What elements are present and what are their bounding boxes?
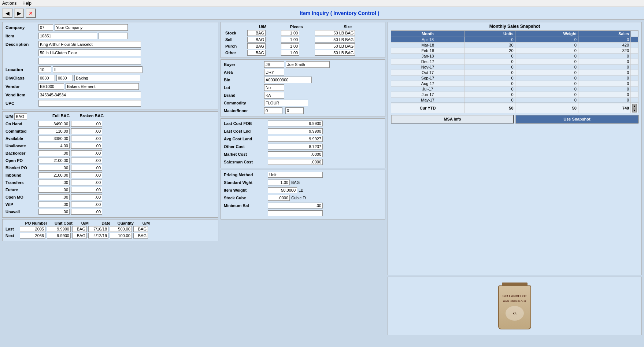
avg-cost-land-input[interactable] — [268, 136, 323, 142]
po-num-input[interactable] — [20, 226, 45, 232]
po-um-input[interactable] — [72, 226, 87, 232]
company-code-input[interactable] — [38, 24, 53, 31]
description-line1-input[interactable] — [38, 41, 141, 48]
div-code-input[interactable] — [38, 75, 55, 81]
class-code-input[interactable] — [56, 75, 73, 81]
inv-broken-input[interactable] — [71, 121, 102, 127]
inv-full-input[interactable] — [38, 128, 70, 134]
po-date-input[interactable] — [88, 226, 108, 232]
inv-full-input[interactable] — [38, 158, 70, 163]
item-weight-input[interactable] — [268, 187, 297, 193]
um-value-input[interactable] — [14, 113, 27, 120]
inv-broken-input[interactable] — [71, 158, 102, 163]
po-um-input[interactable] — [72, 233, 87, 239]
description-line3-input[interactable] — [38, 58, 141, 64]
inv-full-input[interactable] — [38, 165, 70, 171]
lot-input[interactable] — [264, 84, 284, 91]
inv-full-input[interactable] — [38, 209, 70, 215]
uom-um-input[interactable] — [247, 30, 266, 36]
inv-full-input[interactable] — [38, 180, 70, 185]
location-name-input[interactable] — [53, 66, 143, 73]
uom-size-input[interactable] — [315, 50, 355, 56]
buyer-code-input[interactable] — [264, 61, 284, 68]
msa-info-button[interactable]: MSA Info — [391, 115, 514, 123]
class-name-input[interactable] — [74, 75, 140, 81]
po-um2-input[interactable] — [133, 226, 148, 232]
po-unit-cost-input[interactable] — [47, 233, 71, 239]
minimum-bal-input[interactable] — [268, 203, 323, 208]
snapshot-scroll-down[interactable]: ▼ — [632, 108, 637, 112]
brand-input[interactable] — [264, 92, 284, 99]
forward-button[interactable]: ▶ — [14, 8, 24, 18]
extra-pricing-input[interactable] — [268, 210, 323, 216]
pricing-method-input[interactable] — [268, 172, 323, 178]
menu-help[interactable]: Help — [22, 1, 32, 6]
inv-broken-input[interactable] — [71, 194, 102, 200]
inv-full-input[interactable] — [38, 143, 70, 149]
po-quantity-input[interactable] — [110, 233, 132, 239]
stop-button[interactable]: ✕ — [26, 8, 36, 18]
uom-size-input[interactable] — [315, 37, 355, 43]
uom-size-input[interactable] — [315, 43, 355, 49]
vend-item-input[interactable] — [38, 92, 141, 98]
inv-full-input[interactable] — [38, 202, 70, 207]
inv-full-input[interactable] — [38, 172, 70, 178]
po-quantity-input[interactable] — [110, 226, 132, 232]
inv-broken-input[interactable] — [71, 128, 102, 134]
vendor-code-input[interactable] — [38, 83, 64, 90]
use-snapshot-button[interactable]: Use Snapshot — [515, 115, 639, 123]
item-number-input[interactable] — [38, 33, 97, 39]
uom-um-input[interactable] — [247, 43, 266, 49]
po-num-input[interactable] — [20, 233, 45, 239]
po-date-input[interactable] — [88, 233, 108, 239]
inv-full-input[interactable] — [38, 150, 70, 156]
master-input[interactable] — [264, 107, 282, 114]
uom-pieces-input[interactable] — [281, 30, 299, 36]
inv-broken-input[interactable] — [71, 136, 102, 141]
inv-broken-input[interactable] — [71, 187, 102, 193]
bin-input[interactable] — [264, 77, 312, 83]
inv-full-input[interactable] — [38, 136, 70, 141]
po-um2-input[interactable] — [133, 233, 148, 239]
uom-um-input[interactable] — [247, 37, 266, 43]
inv-broken-input[interactable] — [71, 150, 102, 156]
area-input[interactable] — [264, 69, 284, 75]
uom-pieces-input[interactable] — [281, 37, 299, 43]
uom-pieces-input[interactable] — [281, 43, 299, 49]
inv-broken-input[interactable] — [71, 202, 102, 207]
po-unit-cost-input[interactable] — [47, 226, 71, 232]
inv-broken-input[interactable] — [71, 180, 102, 185]
other-cost-input[interactable] — [268, 144, 323, 149]
upc-input[interactable] — [38, 100, 141, 107]
item-extra-input[interactable] — [99, 33, 128, 39]
salesman-cost-input[interactable] — [268, 159, 323, 165]
inv-full-input[interactable] — [38, 187, 70, 193]
description-line2-input[interactable] — [38, 49, 141, 56]
snapshot-scroll-up[interactable]: ▲ — [632, 104, 637, 108]
inv-broken-input[interactable] — [71, 165, 102, 171]
last-cost-fob-input[interactable] — [268, 121, 323, 126]
uom-pieces-input[interactable] — [281, 50, 299, 56]
vendor-name-input[interactable] — [66, 83, 139, 90]
company-name-input[interactable] — [55, 24, 128, 31]
uom-um-input[interactable] — [247, 50, 266, 56]
back-button[interactable]: ◀ — [2, 8, 12, 18]
standard-wght-input[interactable] — [268, 180, 290, 185]
menu-actions[interactable]: Actions — [2, 1, 16, 6]
inv-broken-input[interactable] — [71, 143, 102, 149]
market-cost-input[interactable] — [268, 151, 323, 157]
snapshot-section: Monthly Sales Snapshot Month Units Weigh… — [388, 22, 642, 275]
inv-broken-input[interactable] — [71, 172, 102, 178]
commodity-input[interactable] — [264, 100, 308, 106]
item-form-section: Company Item Description — [2, 22, 218, 110]
stock-cube-input[interactable] — [268, 195, 290, 201]
uom-size-input[interactable] — [315, 30, 355, 36]
last-cost-lnd-input[interactable] — [268, 128, 323, 134]
buyer-name-input[interactable] — [286, 61, 330, 68]
inv-full-input[interactable] — [38, 121, 70, 127]
inv-full-input[interactable] — [38, 194, 70, 200]
location-code-input[interactable] — [38, 66, 51, 73]
inner-input[interactable] — [285, 107, 304, 114]
inv-broken-input[interactable] — [71, 209, 102, 215]
main-content: Company Item Description — [0, 20, 644, 337]
